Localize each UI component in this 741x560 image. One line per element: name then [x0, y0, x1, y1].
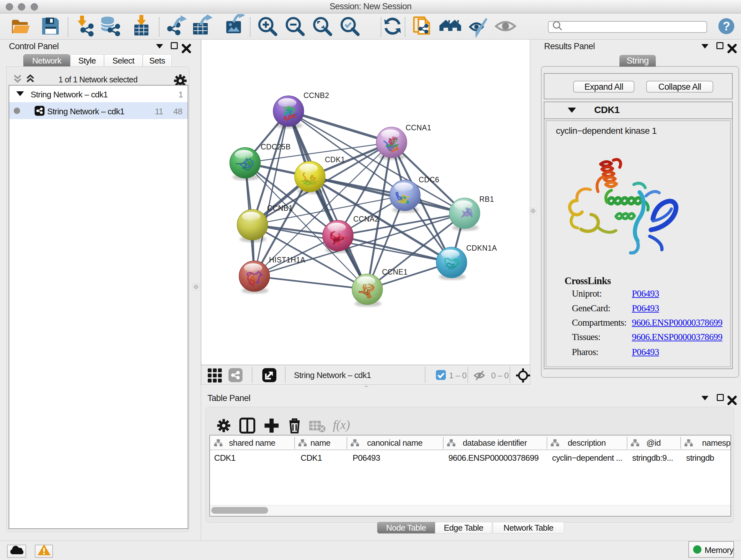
svg-text:CDC25B: CDC25B — [261, 143, 291, 151]
svg-text:?: ? — [723, 19, 730, 33]
svg-text:RB1: RB1 — [479, 195, 494, 203]
svg-text:CCNA2: CCNA2 — [353, 215, 379, 223]
svg-text:CDC6: CDC6 — [419, 176, 440, 184]
svg-text:CDKN1A: CDKN1A — [466, 244, 497, 252]
svg-text:CCNA1: CCNA1 — [406, 124, 431, 132]
svg-text:CCNB1: CCNB1 — [267, 204, 293, 212]
svg-text:HIST1H1A: HIST1H1A — [269, 256, 306, 264]
svg-text:CCNE1: CCNE1 — [382, 268, 408, 276]
svg-text:CCNB2: CCNB2 — [304, 91, 329, 100]
svg-text:CDK1: CDK1 — [325, 155, 345, 164]
